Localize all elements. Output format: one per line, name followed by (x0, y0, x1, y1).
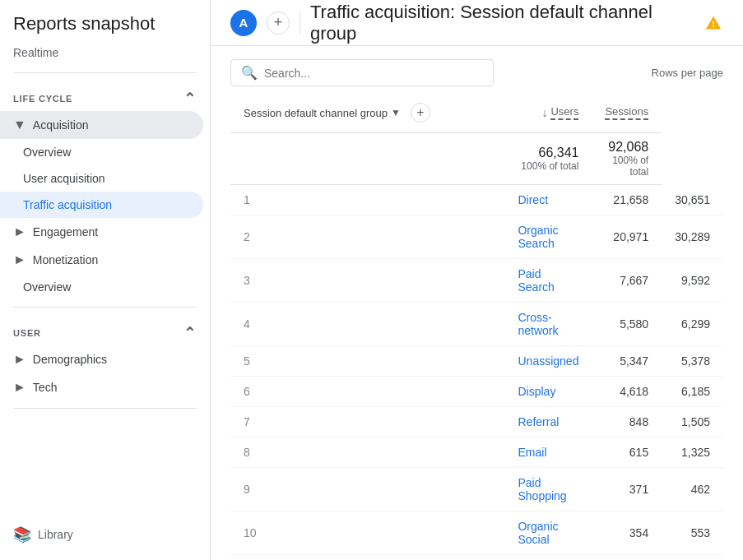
sessions-value: 30,651 (662, 185, 723, 215)
search-box[interactable]: 🔍 (230, 59, 494, 86)
user-acquisition-label: User acquisition (23, 172, 105, 185)
channel-name[interactable]: Unassigned (504, 346, 592, 377)
row-rank: 10 (230, 511, 504, 555)
lifecycle-overview-label: Overview (23, 280, 71, 294)
sort-arrow-icon: ↓ (541, 106, 547, 119)
total-users-value: 66,341 100% of total (504, 133, 592, 185)
users-value: 5,347 (592, 346, 662, 377)
demographics-label: Demographics (33, 353, 107, 366)
channel-name[interactable]: Direct (504, 185, 592, 215)
sessions-value: 9,592 (662, 259, 723, 303)
content-area: 🔍 Rows per page Session default channel … (211, 46, 743, 560)
table-row: 4 Cross-network 5,580 6,299 (230, 303, 723, 346)
users-value: 354 (592, 511, 662, 555)
sessions-value: 6,299 (662, 303, 723, 346)
sidebar-header: Reports snapshot (0, 0, 210, 41)
sessions-value: 1,325 (662, 437, 723, 468)
row-rank: 5 (230, 346, 504, 377)
users-value: 21,658 (592, 185, 662, 215)
channel-name[interactable]: Referral (504, 407, 592, 437)
channel-name[interactable]: Organic Social (504, 511, 592, 555)
table-row: 3 Paid Search 7,667 9,592 (230, 259, 723, 303)
channel-name[interactable]: Cross-network (504, 303, 592, 346)
divider-1 (13, 72, 197, 73)
row-rank: 7 (230, 407, 504, 437)
total-sessions-value: 92,068 100% of total (592, 133, 662, 185)
sidebar-item-traffic-acquisition[interactable]: Traffic acquisition (0, 192, 203, 218)
reports-snapshot-title: Reports snapshot (13, 13, 197, 35)
table-row: 7 Referral 848 1,505 (230, 407, 723, 437)
total-users-pct: 100% of total (518, 160, 578, 172)
realtime-label[interactable]: Realtime (0, 41, 210, 66)
channel-name[interactable]: Paid Search (504, 259, 592, 303)
channel-name[interactable]: Display (504, 377, 592, 407)
row-rank: 2 (230, 215, 504, 259)
sessions-value: 30,289 (662, 215, 723, 259)
engagement-label: Engagement (33, 225, 98, 238)
add-button[interactable]: + (267, 12, 290, 35)
channel-name[interactable]: Paid Shopping (504, 468, 592, 511)
search-input[interactable] (264, 67, 483, 80)
sessions-value: 6,185 (662, 377, 723, 407)
table-col-header-row: Session default channel group ▼ + ↓ User… (230, 96, 723, 133)
monetization-label: Monetization (33, 253, 98, 266)
sidebar-item-monetization[interactable]: ► Monetization (0, 246, 203, 274)
overview-label: Overview (23, 146, 71, 159)
summary-row: 66,341 100% of total 92,068 100% of tota… (230, 133, 723, 185)
engagement-chevron-icon: ► (13, 224, 26, 239)
row-rank: 9 (230, 468, 504, 511)
sessions-value: 553 (662, 511, 723, 555)
search-row: 🔍 Rows per page (230, 59, 723, 86)
users-col-label: Users (550, 105, 578, 120)
sessions-value: 1,505 (662, 407, 723, 437)
row-rank: 3 (230, 259, 504, 303)
row-rank: 6 (230, 377, 504, 407)
users-value: 5,580 (592, 303, 662, 346)
warning-icon (704, 13, 723, 33)
monetization-chevron-icon: ► (13, 252, 26, 267)
sidebar-item-user-acquisition[interactable]: User acquisition (0, 165, 203, 192)
user-chevron[interactable]: ⌃ (183, 324, 197, 342)
sessions-col-label: Sessions (605, 105, 648, 120)
library-icon: 📚 (13, 525, 31, 544)
table-body: 1 Direct 21,658 30,651 2 Organic Search … (230, 185, 723, 555)
channel-group-header: Session default channel group ▼ + (230, 96, 504, 133)
sidebar-library[interactable]: 📚 Library (0, 519, 210, 550)
avatar[interactable]: A (230, 10, 257, 36)
rows-per-page-label[interactable]: Rows per page (652, 67, 723, 79)
channel-name[interactable]: Email (504, 437, 592, 468)
sidebar-item-acquisition[interactable]: ▼ Acquisition (0, 111, 203, 139)
sidebar-item-overview[interactable]: Overview (0, 139, 203, 165)
sessions-value: 462 (662, 468, 723, 511)
lifecycle-chevron[interactable]: ⌃ (183, 90, 197, 108)
row-rank: 4 (230, 303, 504, 346)
user-section: User ⌃ (0, 314, 210, 345)
sidebar-item-lifecycle-overview[interactable]: Overview (0, 274, 203, 300)
data-table: Session default channel group ▼ + ↓ User… (230, 96, 723, 555)
sidebar-item-demographics[interactable]: ► Demographics (0, 345, 203, 373)
users-value: 615 (592, 437, 662, 468)
summary-empty-cell (230, 133, 504, 185)
topbar: A + Traffic acquisition: Session default… (211, 0, 743, 46)
channel-name[interactable]: Organic Search (504, 215, 592, 259)
channel-group-label: Session default channel group (244, 107, 388, 119)
search-icon: 🔍 (241, 65, 258, 81)
table-row: 2 Organic Search 20,971 30,289 (230, 215, 723, 259)
demographics-chevron-icon: ► (13, 352, 26, 367)
sidebar-item-tech[interactable]: ► Tech (0, 373, 203, 401)
users-header-label: ↓ Users (518, 105, 578, 120)
tech-chevron-icon: ► (13, 380, 26, 395)
row-rank: 1 (230, 185, 504, 215)
users-header: ↓ Users (504, 96, 592, 133)
tech-label: Tech (33, 381, 58, 394)
sidebar-item-engagement[interactable]: ► Engagement (0, 218, 203, 246)
channel-dropdown[interactable]: Session default channel group ▼ + (244, 103, 491, 123)
page-title: Traffic acquisition: Session default cha… (310, 2, 694, 44)
users-value: 848 (592, 407, 662, 437)
lifecycle-section: Life cycle ⌃ (0, 80, 210, 111)
table-row: 6 Display 4,618 6,185 (230, 377, 723, 407)
library-label: Library (38, 528, 73, 541)
add-metric-button[interactable]: + (411, 103, 430, 123)
main-content: A + Traffic acquisition: Session default… (211, 0, 743, 560)
table-row: 1 Direct 21,658 30,651 (230, 185, 723, 215)
